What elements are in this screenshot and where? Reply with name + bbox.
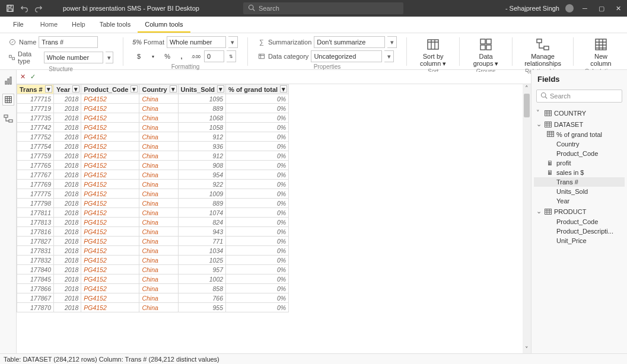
column-header[interactable]: Year▾	[54, 85, 81, 94]
cell: China	[139, 208, 178, 218]
minimize-button[interactable]: ─	[580, 5, 590, 12]
table-row[interactable]: 1778452018PG4152China10020%	[17, 274, 289, 284]
column-name-input[interactable]	[39, 36, 98, 48]
table-row[interactable]: 1777422018PG4152China10580%	[17, 123, 289, 132]
formula-input[interactable]	[40, 72, 527, 82]
manage-relationships-button[interactable]: Managerelationships	[522, 36, 564, 67]
fields-table[interactable]: ˅COUNTRY	[534, 107, 625, 119]
fields-field[interactable]: 🖩sales in $	[534, 168, 625, 177]
column-filter-icon[interactable]: ▾	[217, 85, 224, 92]
save-icon[interactable]	[4, 2, 17, 15]
column-filter-icon[interactable]: ▾	[280, 85, 287, 92]
table-row[interactable]: 1777192018PG4152China8890%	[17, 104, 289, 113]
tab-column-tools[interactable]: Column tools	[138, 17, 190, 33]
column-header[interactable]: Country▾	[139, 85, 178, 94]
chevron-down-icon[interactable]: ▾	[228, 36, 238, 48]
chevron-down-icon[interactable]: ▾	[384, 50, 394, 62]
table-row[interactable]: 1777592018PG4152China9120%	[17, 151, 289, 161]
currency-button[interactable]: $	[133, 50, 145, 62]
tab-file[interactable]: File	[6, 17, 31, 33]
fields-table[interactable]: ⌄DATASET	[534, 119, 625, 130]
table-row[interactable]: 1777982018PG4152China8890%	[17, 199, 289, 208]
table-row[interactable]: 1778272018PG4152China7710%	[17, 237, 289, 246]
table-row[interactable]: 1778132018PG4152China8240%	[17, 218, 289, 227]
scroll-down-icon[interactable]: ˅	[523, 345, 531, 353]
format-select[interactable]	[167, 36, 226, 48]
datatype-select[interactable]	[44, 52, 103, 63]
tab-help[interactable]: Help	[65, 17, 93, 33]
table-row[interactable]: 1778402018PG4152China9570%	[17, 265, 289, 274]
summarization-select[interactable]	[314, 36, 385, 48]
cancel-icon[interactable]: ✕	[20, 73, 26, 81]
table-row[interactable]: 1777352018PG4152China10680%	[17, 113, 289, 123]
fields-field[interactable]: Product_Code	[534, 217, 625, 226]
fields-field[interactable]: Product_Code	[534, 149, 625, 158]
stepper-icon[interactable]: ⇅	[227, 50, 236, 62]
sort-by-column-button[interactable]: Sort bycolumn ▾	[416, 36, 450, 67]
column-header[interactable]: Trans #▾	[17, 85, 54, 94]
avatar[interactable]	[565, 4, 574, 12]
table-row[interactable]: 1777692018PG4152China9220%	[17, 180, 289, 189]
report-view-icon[interactable]	[2, 75, 14, 87]
table-row[interactable]: 1778312018PG4152China10340%	[17, 246, 289, 256]
new-column-button[interactable]: Newcolumn	[583, 36, 619, 67]
commit-icon[interactable]: ✓	[30, 73, 36, 81]
percent-button[interactable]: %	[161, 50, 173, 62]
fields-table[interactable]: ⌄PRODUCT	[534, 206, 625, 217]
column-header[interactable]: Product_Code▾	[81, 85, 139, 94]
table-icon	[545, 209, 552, 215]
tab-home[interactable]: Home	[33, 17, 65, 33]
column-header[interactable]: % of grand total▾	[226, 85, 289, 94]
chevron-down-icon[interactable]: ▾	[387, 36, 397, 48]
table-row[interactable]: 1777652018PG4152China9080%	[17, 161, 289, 170]
model-view-icon[interactable]	[2, 113, 14, 124]
table-row[interactable]: 1777752018PG4152China10090%	[17, 189, 289, 199]
chevron-down-icon[interactable]: ▾	[106, 52, 114, 63]
table-row[interactable]: 1777152018PG4152China10950%	[17, 94, 289, 104]
fields-field[interactable]: Units_Sold	[534, 187, 625, 196]
undo-icon[interactable]	[18, 2, 31, 15]
column-filter-icon[interactable]: ▾	[170, 85, 177, 92]
table-row[interactable]: 1777672018PG4152China9540%	[17, 170, 289, 180]
table-row[interactable]: 1778662018PG4152China8580%	[17, 284, 289, 293]
close-button[interactable]: ✕	[613, 5, 623, 12]
currency-caret[interactable]: ▾	[147, 50, 159, 62]
decimals-input[interactable]	[204, 50, 224, 62]
table-row[interactable]: 1777542018PG4152China9360%	[17, 142, 289, 151]
column-filter-icon[interactable]: ▾	[131, 85, 138, 92]
fields-field[interactable]: 🖩profit	[534, 158, 625, 168]
table-row[interactable]: 1778672018PG4152China7660%	[17, 293, 289, 303]
cell: 889	[178, 104, 225, 113]
table-row[interactable]: 1778162018PG4152China9430%	[17, 227, 289, 237]
fields-field[interactable]: Country	[534, 139, 625, 149]
cell: China	[139, 189, 178, 199]
scroll-thumb[interactable]	[524, 94, 530, 117]
field-name: Product_Descripti...	[556, 228, 613, 235]
fields-field[interactable]: Unit_Price	[534, 236, 625, 245]
fields-search-input[interactable]: Search	[536, 90, 622, 103]
fields-field[interactable]: Product_Descripti...	[534, 226, 625, 236]
maximize-button[interactable]: ▢	[596, 5, 607, 12]
comma-button[interactable]: ,	[176, 50, 187, 62]
redo-icon[interactable]	[32, 2, 45, 15]
fields-field[interactable]: Trans #	[534, 177, 625, 187]
data-view-icon[interactable]	[2, 94, 14, 106]
column-filter-icon[interactable]: ▾	[72, 85, 79, 92]
table-row[interactable]: 1778322018PG4152China10250%	[17, 256, 289, 265]
category-select[interactable]	[311, 50, 382, 62]
app-search-input[interactable]: Search	[243, 2, 403, 14]
column-header[interactable]: Units_Sold▾	[178, 85, 225, 94]
column-filter-icon[interactable]: ▾	[45, 85, 52, 92]
table-row[interactable]: 1778112018PG4152China10740%	[17, 208, 289, 218]
scroll-up-icon[interactable]: ˄	[523, 84, 531, 92]
fields-field[interactable]: Year	[534, 196, 625, 206]
cell: PG4152	[81, 199, 139, 208]
table-row[interactable]: 1777522018PG4152China9120%	[17, 132, 289, 142]
fields-field[interactable]: % of grand total	[534, 130, 625, 139]
data-groups-button[interactable]: Datagroups ▾	[469, 36, 502, 67]
table-row[interactable]: 1778702018PG4152China9550%	[17, 303, 289, 312]
vertical-scrollbar[interactable]: ˄ ˅	[523, 84, 531, 353]
cell: China	[139, 227, 178, 237]
cell: China	[139, 199, 178, 208]
tab-table-tools[interactable]: Table tools	[93, 17, 138, 33]
